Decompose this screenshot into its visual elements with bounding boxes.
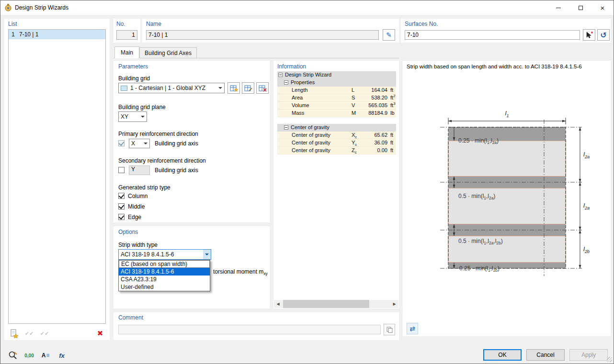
apply-button[interactable]: Apply [569,349,608,361]
row-value: 565.035 [359,102,387,108]
select-all-button[interactable]: ✔✔ [39,328,50,339]
name-field[interactable] [146,30,379,40]
strip-width-type-label: Strip width type [118,242,158,248]
tree-row-root: Design Strip Wizard [277,71,396,79]
scrollbar-track[interactable] [282,300,390,308]
secondary-direction-checkbox[interactable] [118,167,125,173]
function-button[interactable]: fx [55,349,68,362]
column-checkbox[interactable] [118,193,125,199]
row-symbol: Zc [352,147,357,153]
tab-main[interactable]: Main [114,46,139,58]
info-row-area: Area S 538.20 ft2 [277,94,396,102]
parameters-header: Parameters [118,63,148,70]
revert-surfaces-button[interactable]: ↺ [597,29,610,41]
rename-button[interactable]: A ≡ [39,349,52,362]
dropdown-option-ec[interactable]: EC (based on span width) [119,260,210,268]
row-label: Center of gravity [292,140,330,145]
comment-input[interactable] [118,325,381,334]
new-building-grid-button[interactable] [227,82,240,94]
row-unit: ft [390,140,393,145]
diagram-display-settings-button[interactable]: ⇄ [407,323,418,334]
grid-color-swatch [121,86,127,91]
dimension-l1 [448,118,566,124]
building-grid-combo[interactable]: 1 - Cartesian | 1 - Global XYZ [118,83,225,93]
information-panel: Information Design Strip Wizard Properti… [273,61,399,309]
scroll-left-icon: ◀ [276,302,279,306]
parameters-panel: Parameters Building grid 1 - Cartesian |… [114,61,270,222]
table-new-icon [230,85,238,92]
scroll-right-button[interactable]: ▶ [390,300,398,308]
row-value: 36.09 [359,140,387,145]
combo-arrow-icon [203,250,211,259]
delete-building-grid-button[interactable] [256,82,269,94]
minimize-button[interactable] [547,0,569,15]
magnifier-pencil-icon [8,351,18,360]
building-grid-plane-label: Building grid plane [118,104,166,110]
row-label: Center of gravity [292,132,330,138]
strip-width-type-combo[interactable]: ACI 318-19 8.4.1.5-6 [118,249,211,260]
double-check-icon: ✔✔ [25,331,34,337]
row-unit: ft3 [390,102,395,108]
primary-axis-combo[interactable]: X [129,139,150,148]
primary-direction-label: Primary reinforcement direction [118,131,198,137]
row-label: Length [292,87,308,93]
row-symbol: Yc [352,140,357,145]
row-label: Mass [292,110,304,116]
scrollbar-thumb[interactable] [283,300,369,308]
comment-copy-button[interactable] [384,324,395,335]
surfaces-field[interactable] [405,30,580,40]
secondary-axis-text: Building grid axis [155,167,198,174]
collapse-toggle-icon[interactable] [284,125,288,130]
ok-button[interactable]: OK [483,349,522,361]
delete-wizard-button[interactable]: ✖ [94,328,106,339]
apply-to-all-button[interactable]: ✔✔ [23,328,35,339]
design-strip-wizards-dialog: Design Strip Wizards × List 1 7-10 | 1 ✔… [0,0,614,364]
new-wizard-button[interactable] [8,328,20,339]
pencil-icon: ✎ [386,31,392,39]
units-settings-button[interactable]: 0,00 [23,349,36,362]
strip-label-2: 0.5 · min(l1,l2a) [458,193,495,199]
info-row-length: Length L 164.04 ft [277,87,396,94]
no-field[interactable] [116,30,137,40]
maximize-button[interactable] [569,0,591,15]
row-value: 88184.9 [359,110,387,116]
row-unit: ft2 [390,95,395,100]
cancel-button[interactable]: Cancel [526,349,565,361]
middle-checkbox[interactable] [118,203,125,210]
edge-checkbox[interactable] [118,214,125,220]
row-unit: ft [390,87,393,93]
primary-axis-value: X [131,140,135,147]
delete-icon: ✖ [97,329,103,338]
row-unit: ft [390,147,393,153]
select-surfaces-button[interactable] [583,29,595,41]
row-symbol: V [352,102,355,108]
row-label: Volume [292,102,309,108]
middle-strip-band [448,141,566,176]
dropdown-option-user[interactable]: User-defined [119,283,210,291]
tree-row-properties: Properties [277,79,396,87]
dropdown-option-csa[interactable]: CSA A23.3:19 [119,276,210,283]
double-check-icon: ✔✔ [40,331,49,337]
collapse-toggle-icon[interactable] [278,73,283,77]
app-icon [4,4,12,11]
dim-label-l2a-mid: l2a [583,202,590,209]
combo-arrow-icon [216,83,224,93]
list-header: List [8,21,17,27]
edit-name-button[interactable]: ✎ [383,29,395,41]
row-unit: lb [390,110,395,116]
find-edit-button[interactable] [6,349,20,362]
tree-row-center-of-gravity: Center of gravity [277,124,396,132]
scroll-right-icon: ▶ [393,302,396,306]
new-document-icon [9,329,19,338]
resize-grip[interactable] [607,357,612,362]
tab-building-grid-axes[interactable]: Building Grid Axes [139,47,197,58]
list-item[interactable]: 1 7-10 | 1 [9,30,105,39]
no-panel: No. [114,19,140,43]
edit-building-grid-button[interactable] [242,82,254,94]
scroll-left-button[interactable]: ◀ [274,300,282,308]
close-button[interactable]: × [591,0,614,15]
primary-direction-checkbox[interactable] [118,140,125,146]
collapse-toggle-icon[interactable] [284,80,288,85]
building-grid-plane-combo[interactable]: XY [118,111,147,122]
dropdown-option-aci[interactable]: ACI 318-19 8.4.1.5-6 [119,268,210,276]
